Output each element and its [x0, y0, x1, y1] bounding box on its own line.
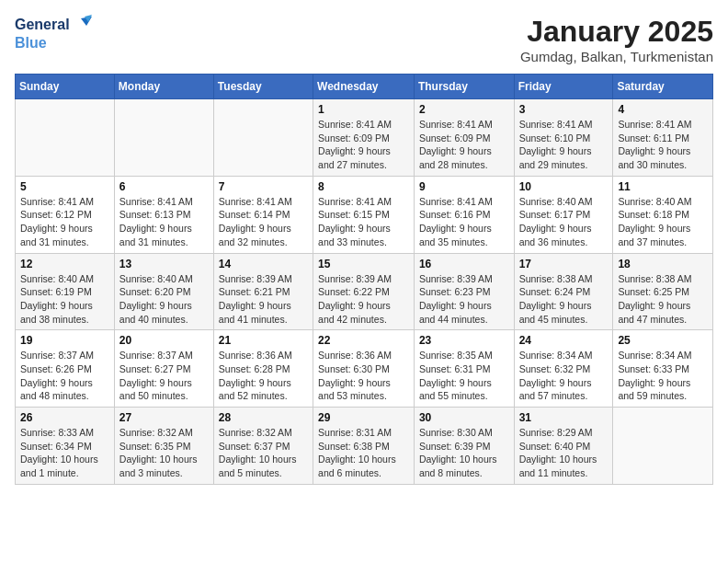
day-info: Sunrise: 8:40 AM Sunset: 6:20 PM Dayligh…	[119, 272, 209, 327]
day-cell: 13Sunrise: 8:40 AM Sunset: 6:20 PM Dayli…	[114, 253, 213, 330]
month-title: January 2025	[520, 15, 713, 49]
day-info: Sunrise: 8:41 AM Sunset: 6:14 PM Dayligh…	[219, 195, 308, 249]
day-info: Sunrise: 8:37 AM Sunset: 6:27 PM Dayligh…	[119, 349, 209, 403]
day-number: 3	[519, 103, 609, 116]
day-number: 14	[219, 258, 308, 270]
day-cell: 27Sunrise: 8:32 AM Sunset: 6:35 PM Dayli…	[114, 408, 213, 485]
day-cell: 10Sunrise: 8:40 AM Sunset: 6:17 PM Dayli…	[514, 176, 613, 253]
day-number: 27	[119, 411, 209, 424]
calendar: SundayMondayTuesdayWednesdayThursdayFrid…	[15, 74, 713, 485]
day-number: 8	[318, 180, 409, 193]
weekday-header-wednesday: Wednesday	[313, 75, 415, 99]
day-number: 24	[519, 334, 609, 347]
day-cell: 4Sunrise: 8:41 AM Sunset: 6:11 PM Daylig…	[613, 99, 713, 177]
day-cell: 15Sunrise: 8:39 AM Sunset: 6:22 PM Dayli…	[313, 253, 415, 330]
day-cell: 6Sunrise: 8:41 AM Sunset: 6:13 PM Daylig…	[114, 176, 213, 253]
day-number: 5	[20, 180, 109, 193]
week-row-5: 26Sunrise: 8:33 AM Sunset: 6:34 PM Dayli…	[16, 408, 713, 485]
day-number: 31	[519, 411, 609, 424]
day-cell: 17Sunrise: 8:38 AM Sunset: 6:24 PM Dayli…	[514, 253, 613, 330]
weekday-header-monday: Monday	[114, 75, 213, 99]
day-number: 18	[618, 258, 708, 270]
day-number: 2	[419, 103, 509, 116]
day-number: 28	[219, 411, 308, 424]
day-number: 30	[419, 411, 509, 424]
day-cell: 18Sunrise: 8:38 AM Sunset: 6:25 PM Dayli…	[613, 253, 713, 330]
title-block: January 2025 Gumdag, Balkan, Turkmenista…	[520, 15, 713, 64]
day-cell: 23Sunrise: 8:35 AM Sunset: 6:31 PM Dayli…	[414, 330, 514, 408]
weekday-header-friday: Friday	[514, 75, 613, 99]
day-cell: 1Sunrise: 8:41 AM Sunset: 6:09 PM Daylig…	[313, 99, 415, 177]
day-cell: 12Sunrise: 8:40 AM Sunset: 6:19 PM Dayli…	[16, 253, 115, 330]
day-cell: 22Sunrise: 8:36 AM Sunset: 6:30 PM Dayli…	[313, 330, 415, 408]
day-info: Sunrise: 8:34 AM Sunset: 6:32 PM Dayligh…	[519, 349, 609, 403]
day-info: Sunrise: 8:34 AM Sunset: 6:33 PM Dayligh…	[618, 349, 708, 403]
day-info: Sunrise: 8:35 AM Sunset: 6:31 PM Dayligh…	[419, 349, 509, 403]
day-cell: 9Sunrise: 8:41 AM Sunset: 6:16 PM Daylig…	[414, 176, 514, 253]
day-number: 26	[20, 411, 109, 424]
day-number: 23	[419, 334, 509, 347]
day-number: 20	[119, 334, 209, 347]
day-number: 15	[318, 258, 409, 270]
day-cell: 19Sunrise: 8:37 AM Sunset: 6:26 PM Dayli…	[16, 330, 115, 408]
page-header: General Blue January 2025 Gumdag, Balkan…	[15, 15, 713, 64]
weekday-header-sunday: Sunday	[16, 75, 115, 99]
day-cell	[213, 99, 313, 177]
day-info: Sunrise: 8:33 AM Sunset: 6:34 PM Dayligh…	[20, 426, 109, 480]
day-cell: 29Sunrise: 8:31 AM Sunset: 6:38 PM Dayli…	[313, 408, 415, 485]
logo-text-blue: Blue	[15, 35, 92, 52]
day-number: 6	[119, 180, 209, 193]
day-number: 19	[20, 334, 109, 347]
day-cell	[16, 99, 115, 177]
day-cell: 16Sunrise: 8:39 AM Sunset: 6:23 PM Dayli…	[414, 253, 514, 330]
day-info: Sunrise: 8:32 AM Sunset: 6:35 PM Dayligh…	[119, 426, 209, 480]
day-cell: 25Sunrise: 8:34 AM Sunset: 6:33 PM Dayli…	[613, 330, 713, 408]
week-row-2: 5Sunrise: 8:41 AM Sunset: 6:12 PM Daylig…	[16, 176, 713, 253]
day-number: 16	[419, 258, 509, 270]
logo-text-general: General	[15, 17, 70, 33]
day-number: 21	[219, 334, 308, 347]
day-info: Sunrise: 8:41 AM Sunset: 6:09 PM Dayligh…	[318, 118, 409, 172]
day-cell: 26Sunrise: 8:33 AM Sunset: 6:34 PM Dayli…	[16, 408, 115, 485]
day-info: Sunrise: 8:41 AM Sunset: 6:15 PM Dayligh…	[318, 195, 409, 249]
location: Gumdag, Balkan, Turkmenistan	[520, 49, 713, 64]
day-number: 29	[318, 411, 409, 424]
weekday-header-saturday: Saturday	[613, 75, 713, 99]
day-number: 10	[519, 180, 609, 193]
day-info: Sunrise: 8:32 AM Sunset: 6:37 PM Dayligh…	[219, 426, 308, 480]
day-cell: 20Sunrise: 8:37 AM Sunset: 6:27 PM Dayli…	[114, 330, 213, 408]
day-info: Sunrise: 8:38 AM Sunset: 6:24 PM Dayligh…	[519, 272, 609, 327]
day-info: Sunrise: 8:41 AM Sunset: 6:11 PM Dayligh…	[618, 118, 708, 172]
week-row-4: 19Sunrise: 8:37 AM Sunset: 6:26 PM Dayli…	[16, 330, 713, 408]
day-cell	[613, 408, 713, 485]
day-cell: 14Sunrise: 8:39 AM Sunset: 6:21 PM Dayli…	[213, 253, 313, 330]
day-info: Sunrise: 8:41 AM Sunset: 6:12 PM Dayligh…	[20, 195, 109, 249]
weekday-header-thursday: Thursday	[414, 75, 514, 99]
day-cell: 7Sunrise: 8:41 AM Sunset: 6:14 PM Daylig…	[213, 176, 313, 253]
day-number: 12	[20, 258, 109, 270]
day-cell: 30Sunrise: 8:30 AM Sunset: 6:39 PM Dayli…	[414, 408, 514, 485]
week-row-1: 1Sunrise: 8:41 AM Sunset: 6:09 PM Daylig…	[16, 99, 713, 177]
day-info: Sunrise: 8:41 AM Sunset: 6:09 PM Dayligh…	[419, 118, 509, 172]
day-number: 11	[618, 180, 708, 193]
day-info: Sunrise: 8:39 AM Sunset: 6:22 PM Dayligh…	[318, 272, 409, 327]
day-number: 7	[219, 180, 308, 193]
day-number: 13	[119, 258, 209, 270]
logo: General Blue	[15, 15, 92, 52]
logo-bird-icon	[72, 15, 92, 35]
weekday-header-tuesday: Tuesday	[213, 75, 313, 99]
weekday-header-row: SundayMondayTuesdayWednesdayThursdayFrid…	[16, 75, 713, 99]
day-number: 9	[419, 180, 509, 193]
day-info: Sunrise: 8:36 AM Sunset: 6:30 PM Dayligh…	[318, 349, 409, 403]
day-cell	[114, 99, 213, 177]
day-info: Sunrise: 8:40 AM Sunset: 6:19 PM Dayligh…	[20, 272, 109, 327]
day-info: Sunrise: 8:40 AM Sunset: 6:18 PM Dayligh…	[618, 195, 708, 249]
day-info: Sunrise: 8:39 AM Sunset: 6:21 PM Dayligh…	[219, 272, 308, 327]
day-info: Sunrise: 8:40 AM Sunset: 6:17 PM Dayligh…	[519, 195, 609, 249]
day-cell: 28Sunrise: 8:32 AM Sunset: 6:37 PM Dayli…	[213, 408, 313, 485]
week-row-3: 12Sunrise: 8:40 AM Sunset: 6:19 PM Dayli…	[16, 253, 713, 330]
day-info: Sunrise: 8:30 AM Sunset: 6:39 PM Dayligh…	[419, 426, 509, 480]
day-info: Sunrise: 8:38 AM Sunset: 6:25 PM Dayligh…	[618, 272, 708, 327]
day-cell: 8Sunrise: 8:41 AM Sunset: 6:15 PM Daylig…	[313, 176, 415, 253]
day-info: Sunrise: 8:37 AM Sunset: 6:26 PM Dayligh…	[20, 349, 109, 403]
